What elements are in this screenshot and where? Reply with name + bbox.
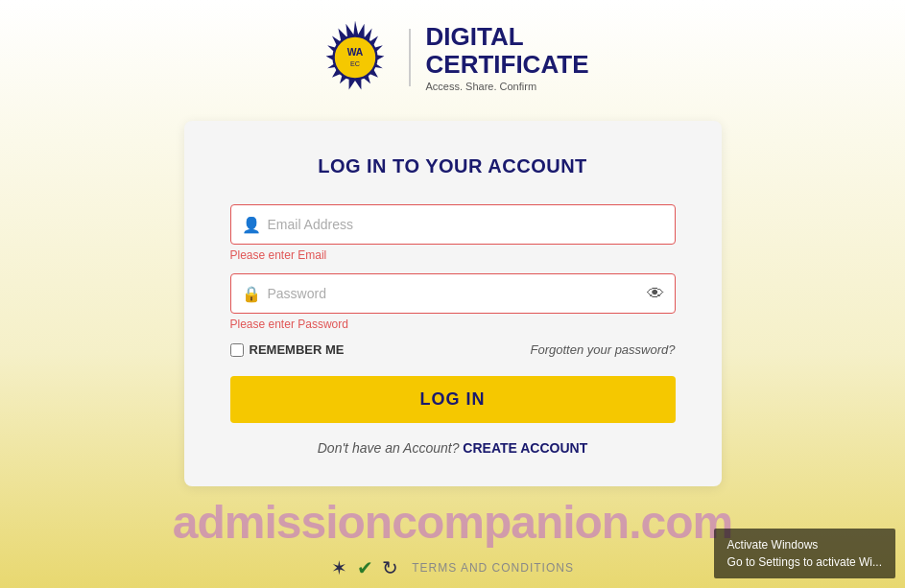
header-divider bbox=[409, 29, 411, 86]
eye-icon[interactable]: 👁 bbox=[647, 284, 664, 304]
footer-terms-label: TERMS AND CONDITIONS bbox=[412, 561, 574, 575]
header-title: DIGITALCERTIFICATE bbox=[426, 23, 589, 78]
password-input[interactable] bbox=[230, 273, 676, 314]
activate-windows-line2: Go to Settings to activate Wi... bbox=[727, 553, 882, 571]
create-account-row: Don't have an Account? CREATE ACCOUNT bbox=[230, 440, 676, 456]
svg-text:EC: EC bbox=[350, 59, 360, 68]
activate-windows-line1: Activate Windows bbox=[727, 536, 882, 553]
header-text: DIGITALCERTIFICATE Access. Share. Confir… bbox=[426, 23, 589, 91]
email-error: Please enter Email bbox=[230, 248, 676, 262]
user-icon: 👤 bbox=[242, 216, 261, 234]
remember-me-label[interactable]: REMEMBER ME bbox=[230, 342, 345, 357]
email-input[interactable] bbox=[230, 204, 676, 245]
password-input-wrapper: 🔒 👁 bbox=[230, 273, 676, 314]
create-account-text: Don't have an Account? bbox=[318, 440, 460, 456]
email-input-wrapper: 👤 bbox=[230, 204, 676, 245]
svg-text:WA: WA bbox=[346, 47, 363, 58]
login-card: LOG IN TO YOUR ACCOUNT 👤 Please enter Em… bbox=[184, 121, 722, 486]
remember-me-checkbox[interactable] bbox=[230, 343, 244, 357]
remember-me-text: REMEMBER ME bbox=[250, 342, 345, 357]
header-subtitle: Access. Share. Confirm bbox=[426, 81, 589, 92]
logo: WA EC bbox=[317, 19, 393, 96]
share-icon: ↻ bbox=[382, 557, 400, 578]
activate-windows-toast: Activate Windows Go to Settings to activ… bbox=[714, 529, 895, 578]
create-account-link[interactable]: CREATE ACCOUNT bbox=[463, 440, 587, 456]
lock-icon: 🔒 bbox=[242, 285, 261, 303]
login-button[interactable]: LOG IN bbox=[230, 376, 676, 423]
gear-icon: ✶ bbox=[331, 557, 349, 578]
terms-icon: ✶ ✔ ↻ bbox=[331, 556, 400, 579]
password-error: Please enter Password bbox=[230, 318, 676, 331]
row-options: REMEMBER ME Forgotten your password? bbox=[230, 342, 676, 357]
check-icon: ✔ bbox=[357, 557, 375, 578]
header: WA EC DIGITALCERTIFICATE Access. Share. … bbox=[317, 0, 589, 106]
forgot-password-link[interactable]: Forgotten your password? bbox=[530, 342, 675, 357]
card-title: LOG IN TO YOUR ACCOUNT bbox=[230, 155, 676, 177]
footer: ✶ ✔ ↻ TERMS AND CONDITIONS bbox=[331, 556, 574, 579]
